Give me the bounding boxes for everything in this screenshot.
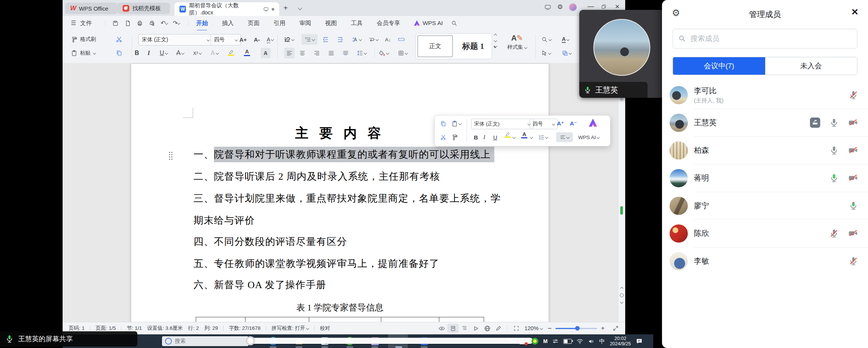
cut-icon[interactable] bbox=[116, 34, 123, 45]
mini-font-name-select[interactable]: 宋体 (正文) bbox=[471, 119, 533, 129]
zoom-slider-thumb[interactable] bbox=[575, 326, 580, 331]
font-name-select[interactable]: 宋体 (正文) bbox=[138, 34, 213, 45]
outline-view-icon[interactable] bbox=[459, 324, 470, 333]
find-button[interactable] bbox=[541, 34, 551, 45]
tray-clock[interactable]: 20:02 2024/9/25 bbox=[610, 336, 631, 346]
doc-paragraph-3[interactable]: 三、督导计划院里来做，重点帮扶对象院里商定，名单要上系统，学 bbox=[193, 192, 501, 205]
fullscreen-icon[interactable] bbox=[610, 324, 621, 333]
shading-button[interactable] bbox=[379, 48, 389, 58]
camera-off-icon[interactable] bbox=[848, 118, 858, 127]
tray-mixer-icon[interactable] bbox=[552, 339, 558, 344]
mic-on-icon[interactable] bbox=[829, 146, 839, 155]
member-row[interactable]: 陈欣 bbox=[662, 219, 868, 247]
search-icon[interactable] bbox=[451, 20, 458, 27]
redo-icon[interactable]: ↷ bbox=[171, 18, 181, 28]
decrease-indent-button[interactable] bbox=[322, 34, 329, 45]
document-canvas[interactable]: 主 要 内 容 一、院督导和对于听课教师课程重复的或者有复听的可以采用线上 二、… bbox=[63, 63, 618, 322]
text-direction-button[interactable] bbox=[352, 34, 362, 45]
font-color-button[interactable]: A bbox=[244, 47, 250, 58]
member-row[interactable]: 李敏 bbox=[662, 247, 868, 275]
zoom-slider[interactable] bbox=[555, 328, 597, 329]
camera-off-icon[interactable] bbox=[848, 146, 858, 155]
select-browse-object-button[interactable] bbox=[620, 293, 624, 297]
tray-mic-icon[interactable] bbox=[508, 339, 514, 344]
text-effects-button[interactable]: A bbox=[211, 48, 219, 58]
select-cursor-button[interactable] bbox=[541, 48, 551, 58]
mini-wps-ai-logo-icon[interactable] bbox=[588, 118, 598, 128]
mini-font-size-select[interactable]: 四号 bbox=[530, 119, 558, 129]
user-avatar[interactable] bbox=[569, 3, 577, 11]
wrap-settings-button[interactable] bbox=[368, 34, 378, 45]
member-search-input[interactable] bbox=[690, 34, 852, 43]
integration-monitor-icon[interactable] bbox=[544, 4, 551, 11]
status-proofread[interactable]: 校对 bbox=[320, 325, 330, 332]
member-row[interactable]: 王慧英 bbox=[662, 109, 868, 136]
align-right-button[interactable] bbox=[314, 48, 320, 58]
align-center-button[interactable] bbox=[299, 48, 305, 58]
export-icon[interactable] bbox=[123, 18, 133, 28]
phonetic-guide-icon[interactable]: A bbox=[267, 34, 274, 45]
tray-recorder-icon[interactable] bbox=[519, 338, 527, 344]
mini-align-button[interactable] bbox=[556, 132, 573, 142]
speaker-video-thumbnail[interactable]: 王慧英 bbox=[579, 10, 664, 98]
mic-muted-icon[interactable] bbox=[849, 256, 858, 266]
paste-button[interactable]: 粘贴 bbox=[71, 48, 96, 58]
tab-docer[interactable]: 找稻壳模板 bbox=[118, 3, 170, 14]
bullet-list-button[interactable] bbox=[284, 34, 294, 45]
mini-shrink-font-button[interactable]: A⁻ bbox=[570, 119, 577, 129]
mini-wps-ai-button[interactable]: WPS AI bbox=[578, 132, 599, 142]
mini-line-spacing-button[interactable] bbox=[539, 132, 548, 142]
mic-muted-icon[interactable] bbox=[849, 90, 858, 100]
doc-paragraph-5[interactable]: 五、专任教师的课堂教学视频评审马上，提前准备好了 bbox=[193, 257, 439, 270]
member-row[interactable]: 柏森 bbox=[662, 136, 868, 164]
char-shading-button[interactable]: A bbox=[261, 48, 270, 58]
shrink-font-button[interactable]: A- bbox=[254, 34, 260, 45]
mini-italic-button[interactable]: I bbox=[483, 132, 485, 142]
member-search-box[interactable] bbox=[673, 29, 857, 49]
mini-grow-font-button[interactable]: A⁺ bbox=[557, 119, 564, 129]
reading-eye-icon[interactable] bbox=[436, 324, 447, 333]
underline-button[interactable]: U bbox=[160, 48, 168, 58]
mini-copy-icon[interactable] bbox=[440, 119, 447, 129]
mini-paste-icon[interactable] bbox=[451, 119, 461, 129]
screen-sharing-icon[interactable] bbox=[810, 118, 820, 128]
doc-paragraph-6[interactable]: 六、新督导 OA 发了操作手册 bbox=[193, 278, 326, 292]
meeting-control-bar-collapsed[interactable] bbox=[249, 338, 533, 344]
copy-icon[interactable] bbox=[116, 48, 123, 58]
mini-highlight-button[interactable] bbox=[505, 132, 511, 141]
menu-page[interactable]: 页面 bbox=[247, 19, 260, 28]
mic-on-icon[interactable] bbox=[829, 118, 839, 127]
paragraph-drag-handle-icon[interactable] bbox=[168, 151, 173, 161]
document-scrollbar[interactable] bbox=[618, 63, 625, 322]
panel-close-icon[interactable]: × bbox=[851, 6, 858, 17]
mini-underline-button[interactable]: U bbox=[493, 132, 497, 142]
menu-file[interactable]: 文件 bbox=[79, 19, 93, 28]
tab-list-chevron-icon[interactable] bbox=[298, 6, 302, 10]
play-presentation-icon[interactable] bbox=[470, 324, 481, 333]
mini-bold-button[interactable]: B bbox=[473, 132, 478, 142]
tray-expand-icon[interactable] bbox=[500, 340, 503, 343]
doc-paragraph-3b[interactable]: 期末给与评价 bbox=[193, 214, 255, 227]
doc-table[interactable] bbox=[196, 317, 484, 322]
mic-muted-icon[interactable] bbox=[829, 229, 839, 238]
font-size-select[interactable]: 四号 bbox=[211, 34, 241, 45]
doc-paragraph-1[interactable]: 一、院督导和对于听课教师课程重复的或者有复听的可以采用线上 bbox=[193, 148, 494, 161]
arrange-button[interactable] bbox=[562, 48, 571, 58]
highlight-color-button[interactable] bbox=[228, 47, 234, 58]
member-row[interactable]: 廖宁 bbox=[662, 192, 868, 219]
style-gallery-scroll[interactable] bbox=[494, 34, 497, 48]
tray-m-app-icon[interactable]: M bbox=[543, 338, 548, 344]
tray-notification-icon[interactable] bbox=[636, 338, 643, 344]
format-painter-button[interactable]: 格式刷 bbox=[71, 34, 96, 45]
undo-icon[interactable]: ↶ bbox=[159, 18, 169, 28]
menu-view[interactable]: 视图 bbox=[324, 19, 338, 28]
mic-active-icon[interactable] bbox=[849, 201, 858, 210]
settings-gear-icon[interactable]: ⚙ bbox=[557, 3, 563, 11]
menu-home[interactable]: 开始 bbox=[195, 19, 209, 28]
status-spell-check[interactable]: 拼写检查: 打开 bbox=[272, 325, 309, 332]
menu-reference[interactable]: 引用 bbox=[273, 19, 286, 28]
text-tool-button[interactable]: A bbox=[562, 34, 569, 45]
align-left-button[interactable] bbox=[284, 48, 295, 58]
print-icon[interactable] bbox=[135, 18, 145, 28]
tray-volume-icon[interactable] bbox=[588, 339, 594, 344]
